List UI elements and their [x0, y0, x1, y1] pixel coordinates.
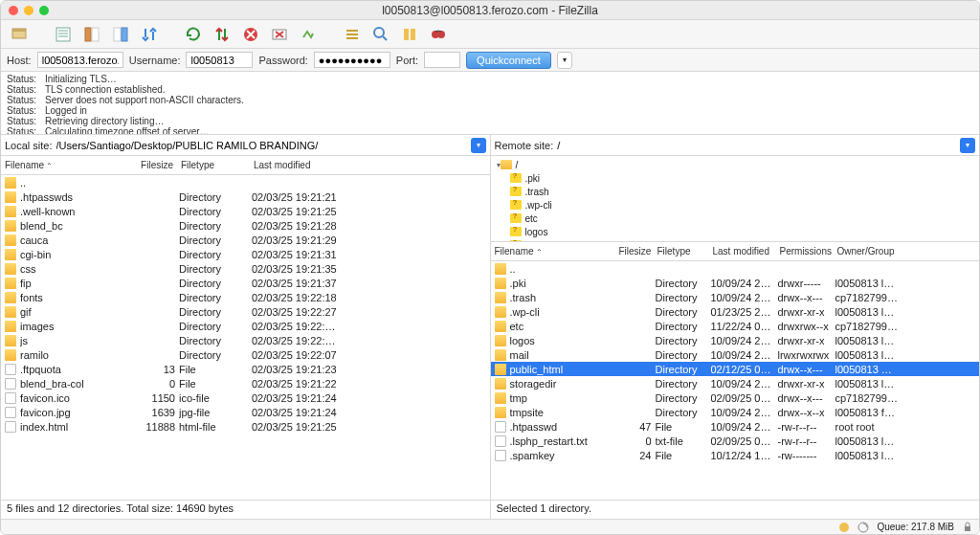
host-input[interactable] [37, 52, 123, 68]
remote-columns[interactable]: Filename Filesize Filetype Last modified… [491, 242, 980, 261]
close-dot[interactable] [9, 6, 18, 15]
file-type: File [656, 450, 711, 461]
quickconnect-button[interactable]: Quickconnect [466, 52, 551, 69]
file-type: ico-file [179, 392, 252, 404]
folder-icon [501, 160, 512, 169]
list-item[interactable]: .ftpquota 13 File 02/03/25 19:21:23 [1, 362, 490, 376]
list-item[interactable]: favicon.ico 1150 ico-file 02/03/25 19:21… [1, 390, 490, 405]
list-item[interactable]: .trash Directory 10/09/24 22:… drwx--x--… [491, 290, 980, 304]
message-log[interactable]: Status:Initializing TLS…Status:TLS conne… [1, 72, 979, 135]
remote-file-list[interactable]: .. .pki Directory 10/09/24 22:… drwxr---… [491, 261, 980, 500]
reconnect-icon[interactable] [296, 23, 321, 46]
list-item[interactable]: etc Directory 11/22/24 09:1… drwxrwx--x … [491, 319, 980, 333]
toggle-queue-icon[interactable] [137, 23, 162, 46]
file-permissions: -rw-r--r-- [778, 421, 835, 433]
file-name: ramilo [20, 349, 137, 361]
file-modified: 10/09/24 22:… [711, 421, 778, 433]
list-item[interactable]: ramilo Directory 02/03/25 19:22:07 [1, 347, 490, 362]
col-filetype[interactable]: Filetype [177, 160, 250, 170]
file-name: etc [510, 321, 617, 332]
process-queue-icon[interactable] [210, 23, 234, 46]
file-permissions: drwxr-xr-x [778, 378, 835, 390]
list-item[interactable]: logos Directory 10/09/24 22:… drwxr-xr-x… [491, 333, 980, 347]
toggle-localtree-icon[interactable] [79, 23, 104, 46]
local-columns[interactable]: Filename Filesize Filetype Last modified [1, 156, 490, 175]
col-permissions[interactable]: Permissions [776, 246, 834, 256]
col-lastmod[interactable]: Last modified [709, 246, 776, 256]
list-item[interactable]: fip Directory 02/03/25 19:21:37 [1, 276, 490, 290]
sitemanager-icon[interactable] [7, 23, 32, 46]
local-path-dropdown[interactable] [471, 138, 486, 153]
list-item[interactable]: storagedir Directory 10/09/24 22:… drwxr… [491, 376, 980, 390]
list-item[interactable]: .spamkey 24 File 10/12/24 12:5… -rw-----… [491, 448, 980, 462]
tree-item[interactable]: logos [493, 225, 978, 238]
list-item[interactable]: .lsphp_restart.txt 0 txt-file 02/09/25 0… [491, 434, 980, 448]
port-input[interactable] [424, 52, 460, 68]
list-item[interactable]: .htpasswd 47 File 10/09/24 22:… -rw-r--r… [491, 419, 980, 434]
tree-item[interactable]: / [493, 158, 978, 171]
col-filesize[interactable]: Filesize [615, 246, 654, 256]
file-modified: 11/22/24 09:1… [711, 321, 778, 332]
password-input[interactable] [314, 52, 390, 68]
disconnect-icon[interactable] [267, 23, 292, 46]
sync-icon[interactable] [397, 23, 422, 46]
folder-icon [5, 177, 16, 189]
list-item[interactable]: .wp-cli Directory 01/23/25 20:1… drwxr-x… [491, 304, 980, 319]
file-modified: 10/09/24 22:… [711, 378, 778, 390]
search-remote-icon[interactable] [426, 23, 451, 46]
list-item[interactable]: .well-known Directory 02/03/25 19:21:25 [1, 204, 490, 218]
file-name: .. [510, 263, 617, 275]
list-item[interactable]: .. [491, 261, 980, 276]
list-item[interactable]: tmpsite Directory 10/09/24 22:… drwx--x-… [491, 405, 980, 419]
list-item[interactable]: .htpasswds Directory 02/03/25 19:21:21 [1, 189, 490, 204]
local-path-input[interactable] [56, 138, 467, 153]
col-owner[interactable]: Owner/Group [834, 246, 980, 256]
list-item[interactable]: .. [1, 175, 490, 189]
file-type: Directory [179, 335, 252, 346]
password-label: Password: [258, 55, 307, 66]
remote-path-input[interactable] [557, 138, 956, 153]
list-item[interactable]: css Directory 02/03/25 19:21:35 [1, 261, 490, 276]
tree-item[interactable]: etc [493, 212, 978, 225]
col-filename[interactable]: Filename [1, 160, 135, 170]
col-lastmod[interactable]: Last modified [250, 160, 490, 170]
quickconnect-history-dropdown[interactable]: ▾ [557, 52, 572, 69]
minimize-dot[interactable] [24, 6, 33, 15]
tree-item[interactable]: .pki [493, 171, 978, 185]
list-item[interactable]: cauca Directory 02/03/25 19:21:29 [1, 233, 490, 247]
zoom-dot[interactable] [39, 6, 49, 15]
cancel-icon[interactable] [238, 23, 263, 46]
file-modified: 10/09/24 22:… [711, 349, 778, 361]
list-item[interactable]: js Directory 02/03/25 19:22:… [1, 333, 490, 347]
col-filetype[interactable]: Filetype [654, 246, 709, 256]
toggle-log-icon[interactable] [51, 23, 76, 46]
tree-item[interactable]: .wp-cli [493, 198, 978, 212]
list-item[interactable]: gif Directory 02/03/25 19:22:27 [1, 304, 490, 319]
list-item[interactable]: blend_bc Directory 02/03/25 19:21:28 [1, 218, 490, 233]
list-item[interactable]: .pki Directory 10/09/24 22:… drwxr----- … [491, 276, 980, 290]
username-input[interactable] [186, 52, 253, 68]
folder-icon [495, 278, 506, 289]
remote-path-dropdown[interactable] [960, 138, 975, 153]
refresh-icon[interactable] [181, 23, 206, 46]
list-item[interactable]: index.html 11888 html-file 02/03/25 19:2… [1, 419, 490, 434]
tree-item[interactable]: .trash [493, 185, 978, 198]
svg-line-16 [383, 36, 387, 40]
compare-icon[interactable] [368, 23, 393, 46]
list-item[interactable]: tmp Directory 02/09/25 09:… drwx--x--- c… [491, 390, 980, 405]
file-modified: 02/03/25 19:21:29 [252, 234, 490, 246]
local-file-list[interactable]: .. .htpasswds Directory 02/03/25 19:21:2… [1, 175, 490, 500]
filter-icon[interactable] [340, 23, 365, 46]
toggle-remotetree-icon[interactable] [108, 23, 133, 46]
list-item[interactable]: images Directory 02/03/25 19:22:… [1, 319, 490, 333]
col-filename[interactable]: Filename [491, 246, 615, 256]
remote-tree[interactable]: /.pki.trash.wp-clietclogosmail [491, 156, 980, 242]
col-filesize[interactable]: Filesize [135, 160, 177, 170]
list-item[interactable]: favicon.jpg 1639 jpg-file 02/03/25 19:21… [1, 405, 490, 419]
list-item[interactable]: public_html Directory 02/12/25 03:… drwx… [491, 362, 980, 376]
list-item[interactable]: cgi-bin Directory 02/03/25 19:21:31 [1, 247, 490, 261]
list-item[interactable]: blend_bra-col 0 File 02/03/25 19:21:22 [1, 376, 490, 390]
file-name: images [20, 321, 137, 332]
list-item[interactable]: fonts Directory 02/03/25 19:22:18 [1, 290, 490, 304]
list-item[interactable]: mail Directory 10/09/24 22:… lrwxrwxrwx … [491, 347, 980, 362]
